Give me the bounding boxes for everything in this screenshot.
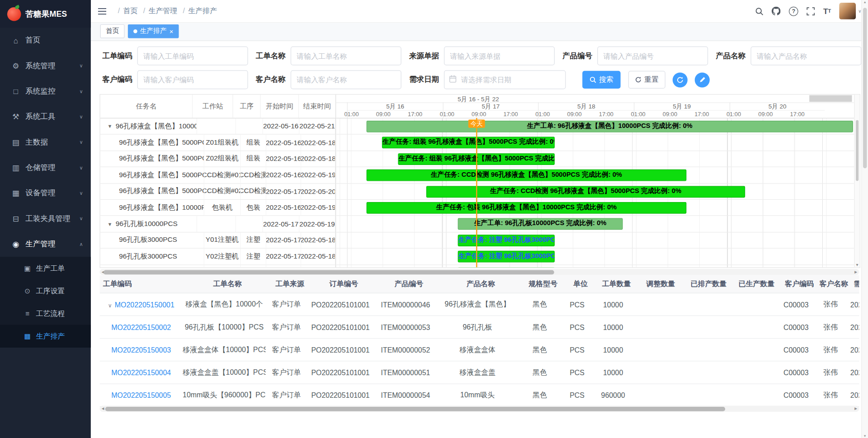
gantt-day-cell: 5月 16 01:00 09:00 17:00 <box>347 103 443 118</box>
search-icon[interactable] <box>755 7 763 15</box>
scrollbar-thumb[interactable] <box>863 8 867 168</box>
scrollbar-thumb[interactable] <box>855 120 858 181</box>
sidebar-menu-item[interactable]: □ 系统监控 <box>0 79 91 104</box>
breadcrumb-item[interactable]: 首页 <box>113 6 139 16</box>
scrollbar-thumb[interactable] <box>104 270 554 274</box>
gantt-bar[interactable]: 生产任务: CCD检测 96孔移液盒【黑色】5000PCS 完成比例: 0% <box>367 170 687 181</box>
gantt-task-row[interactable]: 96孔移液盒【黑色】10000PCS 2022-05-16 2022-05-21 <box>100 118 335 135</box>
reset-button[interactable]: 重置 <box>628 71 665 89</box>
sales-order-cell: PO202205101001 <box>307 300 374 308</box>
sidebar-submenu-item[interactable]: ▦ 生产排产 <box>0 325 91 348</box>
gantt-station: CCD检测#02 <box>204 184 241 199</box>
filter-input[interactable] <box>597 47 708 66</box>
sidebar-submenu-item[interactable]: ≡ 工艺流程 <box>0 302 91 325</box>
scrollbar-thumb[interactable] <box>105 406 725 411</box>
avatar[interactable] <box>839 3 856 19</box>
edit-button[interactable] <box>695 72 710 87</box>
sidebar-submenu-item[interactable]: ⊙ 工序设置 <box>0 279 91 302</box>
orders-horizontal-scrollbar[interactable]: ◄ ► <box>99 406 859 412</box>
breadcrumb-item[interactable]: 生产管理 <box>139 6 179 16</box>
sidebar-menu-item[interactable]: ⚙ 系统管理 <box>0 53 91 79</box>
gantt-vertical-scrollbar[interactable]: ▼ <box>854 94 859 267</box>
filter-input[interactable] <box>137 71 248 89</box>
sidebar-submenu-item[interactable]: ▣ 生产工单 <box>0 257 91 279</box>
breadcrumb-item[interactable]: 生产排产 <box>179 6 218 16</box>
sidebar-collapse-icon[interactable] <box>91 8 113 15</box>
window-scrollbar[interactable]: ▲ ▼ <box>861 0 868 438</box>
scroll-left-icon[interactable]: ◄ <box>101 406 105 412</box>
gantt-horizontal-scrollbar[interactable]: ◄ ► <box>99 269 859 275</box>
collapse-icon[interactable] <box>108 221 113 226</box>
sidebar-menu-item[interactable]: ▤ 主数据 <box>0 130 91 155</box>
sidebar-menu-item[interactable]: ▦ 设备管理 <box>0 180 91 206</box>
spec-cell: 黑色 <box>518 345 562 355</box>
order-code-link[interactable]: MO202205150005 <box>111 391 171 399</box>
gantt-bar[interactable]: 生产任务: 组装 96孔移液盒【黑色】5000PCS 完成比例: 0% <box>382 137 555 149</box>
gantt-bar[interactable]: 生产任务: 注塑 96孔孔板3000PCS 完成比例: 0% <box>458 267 555 268</box>
gantt-bar[interactable]: 生产任务: 注塑 96孔孔板3000PCS 完成比例: 0% <box>458 235 555 246</box>
table-row[interactable]: MO202205150005 10mm吸头【960000】PCS 客户订单 PO… <box>99 384 859 407</box>
gantt-task-row[interactable]: 96孔孔板10000PCS 2022-05-17 2022-05-19 <box>100 216 335 232</box>
product-code-cell: ITEM00000046 <box>374 300 438 308</box>
expand-icon[interactable] <box>108 302 112 308</box>
table-row[interactable]: MO202205150001 移液盒【黑色】10000个 客户订单 PO2022… <box>99 293 859 316</box>
filter-input[interactable] <box>750 47 861 66</box>
gantt-hour-label: 09:00 <box>663 111 677 118</box>
gantt-task-row[interactable]: 96孔移液盒【黑色】5000PCS CCD检测#01 CCD检测 2022-05… <box>100 167 335 184</box>
table-row[interactable]: MO202205150004 移液盒盒盖【10000】PCS 客户订单 PO20… <box>99 362 859 384</box>
gantt-task-row[interactable]: 96孔移液盒【黑色】5000PCS Z01组装机 组装 2022-05-16 2… <box>100 135 335 151</box>
gantt-task-row[interactable]: 96孔孔板3000PCS Y02注塑机 注塑 2022-05-17 2022-0… <box>100 249 335 265</box>
refresh-button[interactable] <box>673 72 688 87</box>
order-code-link[interactable]: MO202205150003 <box>111 346 171 354</box>
gantt-bar[interactable]: 生产任务: 注塑 96孔孔板3000PCS 完成比例: 0% <box>458 251 555 263</box>
gantt-bar[interactable]: 生产工单: 96孔孔板10000PCS 完成比例: 0% <box>458 218 623 230</box>
scroll-down-icon[interactable]: ▼ <box>855 263 860 267</box>
table-row[interactable]: MO202205150002 96孔孔板【10000】PCS 客户订单 PO20… <box>99 316 859 339</box>
gantt-task-row[interactable]: 96孔孔板3000PCS Y01注塑机 注塑 2022-05-17 2022-0… <box>100 232 335 249</box>
order-code-link[interactable]: MO202205150001 <box>115 300 175 308</box>
filter-input[interactable] <box>137 47 248 66</box>
search-button[interactable]: 搜索 <box>582 71 620 89</box>
app-logo[interactable]: 苦糖果MES <box>0 0 91 28</box>
scroll-right-icon[interactable]: ► <box>854 269 858 275</box>
sales-order-cell: PO202205101001 <box>307 323 374 331</box>
sidebar-menu: ⌂ 首页 ⚙ 系统管理 □ 系统监控 ⚒ 系 <box>0 28 91 257</box>
filter-input[interactable] <box>291 71 401 89</box>
sidebar-menu-item[interactable]: ▥ 仓储管理 <box>0 155 91 180</box>
gantt-bar[interactable]: 生产任务: CCD检测 96孔移液盒【黑色】5000PCS 完成比例: 0% <box>426 186 745 198</box>
gantt-task-name: 96孔移液盒【黑色】10000PCS <box>100 118 197 134</box>
fullscreen-icon[interactable] <box>807 7 815 15</box>
scroll-up-icon[interactable]: ▲ <box>862 0 868 4</box>
github-icon[interactable] <box>772 7 781 16</box>
view-tab[interactable]: 首页 <box>100 24 125 38</box>
gantt-bar[interactable]: 生产任务: 包装 96孔移液盒【黑色】10000PCS 完成比例: 0% <box>367 202 687 214</box>
filter-input[interactable] <box>444 71 566 89</box>
sidebar-menu-item[interactable]: ⚒ 系统工具 <box>0 104 91 129</box>
gantt-task-row[interactable]: 96孔移液盒【黑色】5000PCS CCD检测#02 CCD检测 2022-05… <box>100 184 335 200</box>
user-menu[interactable]: ∨ <box>839 3 861 19</box>
gantt-task-row[interactable]: 96孔孔板3000PCS Y03注塑机 注塑 2022-05-17 2022-0… <box>100 265 335 267</box>
sidebar-menu-item[interactable]: ⊟ 工装夹具管理 <box>0 206 91 231</box>
order-code-link[interactable]: MO202205150002 <box>111 323 171 331</box>
unit-cell: PCS <box>562 323 592 331</box>
table-row[interactable]: MO202205150003 移液盒盒体【10000】PCS 客户订单 PO20… <box>99 339 859 361</box>
filter-input[interactable] <box>291 47 401 66</box>
sidebar-menu-item[interactable]: ◉ 生产管理 <box>0 231 91 257</box>
scroll-right-icon[interactable]: ► <box>854 406 858 412</box>
filter-input[interactable] <box>444 47 555 66</box>
view-tab[interactable]: 生产排产 <box>128 24 179 38</box>
sidebar-menu-item[interactable]: ⌂ 首页 <box>0 28 91 53</box>
gantt-bar[interactable]: 生产工单: 96孔移液盒【黑色】10000PCS 完成比例: 0% <box>367 121 853 132</box>
gantt-task-row[interactable]: 96孔移液盒【黑色】10000PCS 包装机 包装 2022-05-16 202… <box>100 200 335 216</box>
filter-row-1: 工单编码 工单名称 来源单据 产品编号 <box>103 47 868 66</box>
close-icon[interactable] <box>170 28 174 35</box>
scroll-down-icon[interactable]: ▼ <box>862 434 868 438</box>
order-code-link[interactable]: MO202205150004 <box>111 368 171 377</box>
help-icon[interactable]: ? <box>789 6 798 16</box>
font-size-icon[interactable]: TT <box>823 7 831 16</box>
collapse-icon[interactable] <box>108 123 113 129</box>
filter-label: 需求日期 <box>409 75 439 85</box>
gantt-task-row[interactable]: 96孔移液盒【黑色】5000PCS Z02组装机 组装 2022-05-16 2… <box>100 151 335 167</box>
process-icon: ⊙ <box>23 287 31 295</box>
filter-label: 客户编码 <box>103 75 132 85</box>
